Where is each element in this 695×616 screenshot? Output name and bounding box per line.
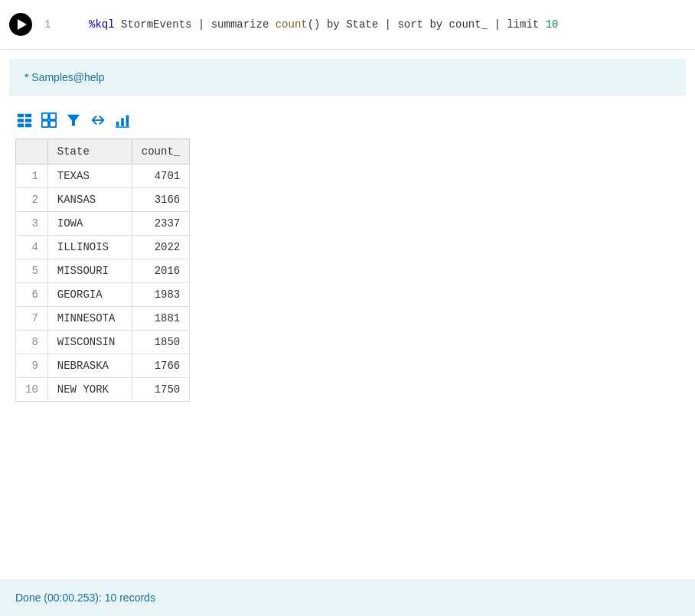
cell-rownum: 3 xyxy=(16,212,48,236)
svg-rect-3 xyxy=(25,119,31,122)
svg-rect-1 xyxy=(25,114,31,118)
cell-state: MINNESOTA xyxy=(47,307,132,331)
svg-rect-2 xyxy=(18,119,24,122)
table-row: 3IOWA2337 xyxy=(16,212,190,236)
grid-view-icon[interactable] xyxy=(40,111,58,129)
cell-rownum: 8 xyxy=(16,331,48,354)
svg-rect-13 xyxy=(121,118,124,126)
data-table-container: State count_ 1TEXAS47012KANSAS31663IOWA2… xyxy=(0,139,695,402)
cell-state: NEBRASKA xyxy=(47,354,132,378)
cell-rownum: 10 xyxy=(16,378,48,402)
cell-count: 2022 xyxy=(132,236,189,259)
cell-state: MISSOURI xyxy=(47,259,132,283)
query-sort: sort by count_ xyxy=(397,18,488,31)
expand-icon[interactable] xyxy=(89,111,107,129)
cell-state: KANSAS xyxy=(47,188,132,212)
query-bar: 1 %kql StormEvents | summarize count() b… xyxy=(0,0,695,50)
chart-icon[interactable] xyxy=(113,111,132,129)
cell-rownum: 9 xyxy=(16,354,48,378)
status-text: Done (00:00.253): 10 records xyxy=(15,592,155,604)
query-parens: () xyxy=(308,18,321,31)
query-by: by State xyxy=(327,18,378,31)
filter-icon[interactable] xyxy=(64,111,83,129)
table-row: 2KANSAS3166 xyxy=(16,188,190,212)
cell-rownum: 7 xyxy=(16,307,48,331)
table-row: 5MISSOURI2016 xyxy=(16,259,190,283)
table-header-row: State count_ xyxy=(16,139,190,165)
cell-count: 2337 xyxy=(132,212,189,236)
svg-rect-4 xyxy=(18,124,24,128)
table-view-icon[interactable] xyxy=(15,111,34,129)
toolbar xyxy=(0,105,695,135)
cell-state: TEXAS xyxy=(47,165,132,188)
query-kql-keyword: %kql xyxy=(89,18,115,31)
col-header-rownum xyxy=(16,139,48,165)
cell-count: 1766 xyxy=(132,354,189,378)
cell-count: 1850 xyxy=(132,331,189,354)
table-row: 4ILLINOIS2022 xyxy=(16,236,190,259)
query-summarize: summarize xyxy=(211,18,269,31)
svg-rect-11 xyxy=(72,120,75,125)
cell-count: 2016 xyxy=(132,259,189,283)
status-bar: Done (00:00.253): 10 records xyxy=(0,579,695,616)
table-row: 9NEBRASKA1766 xyxy=(16,354,190,378)
cell-state: ILLINOIS xyxy=(47,236,132,259)
cell-count: 1983 xyxy=(132,283,189,307)
table-row: 8WISCONSIN1850 xyxy=(16,331,190,354)
cell-state: WISCONSIN xyxy=(47,331,132,354)
cell-state: IOWA xyxy=(47,212,132,236)
svg-rect-8 xyxy=(42,121,48,127)
cell-count: 1881 xyxy=(132,307,189,331)
cell-rownum: 6 xyxy=(16,283,48,307)
col-header-state[interactable]: State xyxy=(47,139,132,165)
svg-rect-12 xyxy=(116,122,119,126)
table-row: 1TEXAS4701 xyxy=(16,165,190,188)
cell-count: 1750 xyxy=(132,378,189,402)
svg-rect-6 xyxy=(42,113,48,119)
query-text: %kql StormEvents | summarize count() by … xyxy=(63,6,558,43)
cell-state: NEW YORK xyxy=(47,378,132,402)
svg-rect-0 xyxy=(18,114,24,118)
query-count-fn: count xyxy=(276,18,308,31)
line-number: 1 xyxy=(44,18,51,31)
svg-rect-5 xyxy=(25,124,31,128)
cell-count: 4701 xyxy=(132,165,189,188)
svg-rect-9 xyxy=(50,121,56,127)
query-limit-val: 10 xyxy=(546,18,559,31)
results-table: State count_ 1TEXAS47012KANSAS31663IOWA2… xyxy=(15,139,190,402)
run-button[interactable] xyxy=(9,13,32,36)
cell-rownum: 1 xyxy=(16,165,48,188)
query-table: StormEvents xyxy=(121,18,191,31)
svg-rect-14 xyxy=(126,116,129,127)
cell-state: GEORGIA xyxy=(47,283,132,307)
cell-count: 3166 xyxy=(132,188,189,212)
col-header-count[interactable]: count_ xyxy=(132,139,189,165)
cell-rownum: 5 xyxy=(16,259,48,283)
pipe2: | xyxy=(385,18,391,31)
query-limit: limit xyxy=(507,18,539,31)
table-row: 7MINNESOTA1881 xyxy=(16,307,190,331)
pipe1: | xyxy=(198,18,204,31)
info-banner: * Samples@help xyxy=(9,59,686,96)
info-banner-text: * Samples@help xyxy=(24,71,105,83)
cell-rownum: 2 xyxy=(16,188,48,212)
svg-rect-7 xyxy=(50,113,56,119)
cell-rownum: 4 xyxy=(16,236,48,259)
table-row: 6GEORGIA1983 xyxy=(16,283,190,307)
table-row: 10NEW YORK1750 xyxy=(16,378,190,402)
pipe3: | xyxy=(494,18,500,31)
